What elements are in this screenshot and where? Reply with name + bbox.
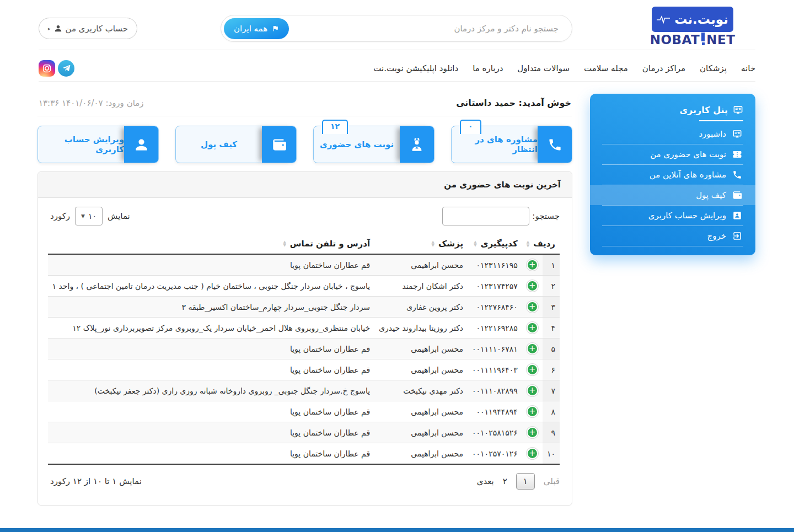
expand-cell: + — [522, 443, 543, 465]
sidebar-item-dashboard[interactable]: داشبورد — [602, 124, 743, 144]
nav-item-magazine[interactable]: مجله سلامت — [584, 63, 628, 73]
row-index-cell: ۴ — [543, 318, 560, 338]
nav-item-app-download[interactable]: دانلود اپلیکیشن نوبت.نت — [373, 63, 458, 73]
expand-row-button[interactable]: + — [527, 280, 538, 292]
social-links — [39, 60, 74, 77]
tracking-code-cell: ۰۰۱۰۲۵۸۱۵۲۶ — [468, 422, 522, 443]
row-index-cell: ۱ — [543, 254, 560, 276]
logout-icon — [732, 231, 742, 241]
wallet-icon — [262, 126, 296, 163]
expand-cell: + — [522, 359, 543, 380]
row-index-cell: ۵ — [543, 338, 560, 359]
sidebar-item-my-online-consults[interactable]: مشاوره های آنلاین من — [602, 165, 743, 185]
sidebar-item-label: داشبورد — [699, 129, 726, 139]
pagination-prev[interactable]: قبلی — [544, 476, 560, 486]
table-row: ۳+۰۱۲۲۷۶۸۴۶۰دکتر پروین غفاریسردار جنگل ج… — [48, 297, 560, 318]
address-cell: یاسوج ، خیابان سردار جنگل جنوبی ، ساختما… — [48, 276, 375, 297]
sort-icon: ▲▼ — [474, 240, 476, 247]
sidebar-title-label: پنل کاربری — [679, 105, 728, 115]
logo-exclamation-mark — [701, 33, 705, 45]
dashboard-icon — [732, 129, 742, 139]
row-index-cell: ۸ — [543, 401, 560, 422]
main-nav: خانه پزشکان مراکز درمان مجله سلامت سوالا… — [39, 55, 755, 81]
table-search-input[interactable] — [442, 207, 529, 225]
nav-item-faq[interactable]: سوالات متداول — [517, 63, 570, 73]
expand-row-button[interactable]: + — [527, 301, 538, 313]
table-row: ۴+۰۱۲۲۱۶۹۲۸۵دکتر روزیتا بیداروند حیدریخی… — [48, 318, 560, 338]
user-icon — [124, 126, 158, 163]
sidebar-item-edit-account[interactable]: ویرایش حساب کاربری — [602, 206, 743, 226]
expand-row-button[interactable]: + — [527, 343, 538, 354]
address-cell: قم عطاران ساختمان پویا — [48, 338, 375, 359]
header-divider — [39, 50, 755, 50]
instagram-icon[interactable] — [39, 60, 55, 77]
pagination-page-2[interactable]: ۲ — [503, 476, 507, 486]
expand-row-button[interactable]: + — [527, 448, 538, 459]
user-panel-sidebar: پنل کاربری داشبورد نوبت های حضوری من مشا… — [590, 94, 755, 255]
user-icon — [54, 24, 62, 33]
table-row: ۱+۰۱۲۳۱۱۶۱۹۵محسن ابراهیمیقم عطاران ساختم… — [48, 254, 560, 276]
address-cell: قم عطاران ساختمان پویا — [48, 401, 375, 422]
table-row: ۷+۰۰۱۱۱۰۸۲۸۹۹دکتر مهدی نیکبختیاسوج خ.سرد… — [48, 380, 560, 401]
row-index-cell: ۳ — [543, 297, 560, 318]
tracking-code-cell: ۰۱۲۲۷۶۸۴۶۰ — [468, 297, 522, 318]
column-header-tracking-code[interactable]: کدپیگیری ▲▼ — [468, 235, 522, 254]
nav-item-centers[interactable]: مراکز درمان — [642, 63, 685, 73]
id-card-icon — [732, 211, 742, 221]
nav-item-doctors[interactable]: پزشکان — [700, 63, 727, 73]
expand-row-button[interactable]: + — [527, 427, 538, 438]
wallet-icon — [732, 190, 742, 200]
sort-icon: ▲▼ — [283, 240, 286, 247]
table-row: ۹+۰۰۱۰۲۵۸۱۵۲۶محسن ابراهیمیقم عطاران ساخت… — [48, 422, 560, 443]
all-iran-button[interactable]: همه ایران — [224, 18, 289, 39]
sidebar-item-logout[interactable]: خروج — [602, 226, 743, 246]
table-row: ۵+۰۰۱۱۱۱۰۶۷۸۱محسن ابراهیمیقم عطاران ساخت… — [48, 338, 560, 359]
doctor-cell: دکتر اشکان ارجمند — [374, 276, 468, 297]
nav-item-home[interactable]: خانه — [741, 63, 755, 73]
sidebar-item-my-appointments[interactable]: نوبت های حضوری من — [602, 144, 743, 165]
expand-row-button[interactable]: + — [527, 385, 538, 396]
welcome-row: خوش آمدید: حمید داستانی زمان ورود: ۱۴۰۱/… — [37, 94, 572, 108]
expand-row-button[interactable]: + — [527, 259, 538, 271]
site-logo[interactable]: نوبت.نت NOBAT NET — [652, 7, 733, 47]
telegram-icon[interactable] — [58, 60, 74, 77]
sidebar-title-underline — [699, 120, 743, 121]
address-cell: سردار جنگل جنوبی_سردار چهارم_ساختمان اکس… — [48, 297, 375, 318]
card-in-person-appointments[interactable]: ۱۲ نوبت های حضوری — [313, 126, 434, 163]
page-length-select[interactable]: ۱۰ ▼ — [75, 207, 103, 225]
expand-row-button[interactable]: + — [527, 406, 538, 417]
sort-asc-icon: ▲▼ — [527, 240, 529, 248]
card-edit-account[interactable]: ویرایش حساب کاربری — [37, 126, 159, 163]
length-label-after: رکورد — [50, 211, 70, 221]
expand-row-button[interactable]: + — [527, 322, 538, 334]
sidebar-item-label: کیف پول — [696, 190, 726, 200]
address-cell: خیابان منتظری_روبروی هلال احمر_خیابان سر… — [48, 318, 375, 338]
sidebar-title: پنل کاربری — [602, 103, 743, 115]
column-label: پزشک — [438, 239, 463, 249]
doctor-cell: محسن ابراهیمی — [374, 338, 468, 359]
my-account-button[interactable]: حساب کاربری من ▸ — [39, 18, 137, 39]
table-search-label: جستجو: — [532, 211, 560, 221]
column-header-index[interactable]: ردیف ▲▼ — [522, 235, 560, 254]
column-header-address[interactable]: آدرس و تلفن تماس ▲▼ — [48, 235, 375, 254]
pagination-page-1[interactable]: ۱ — [516, 473, 535, 490]
login-time: زمان ورود: ۱۴۰۱/۰۶/۰۷ ۱۳:۳۶ — [39, 98, 144, 108]
table-row: ۲+۰۱۲۳۱۷۴۲۵۷دکتر اشکان ارجمندیاسوج ، خیا… — [48, 276, 560, 297]
logo-latin-text: NOBAT NET — [652, 33, 733, 47]
expand-row-button[interactable]: + — [527, 364, 538, 375]
expand-cell: + — [522, 276, 543, 297]
card-wallet[interactable]: کیف پول — [175, 126, 297, 163]
column-header-doctor[interactable]: پزشک ▲▼ — [374, 235, 468, 254]
column-label: کدپیگیری — [481, 239, 518, 249]
nav-item-about[interactable]: درباره ما — [473, 63, 503, 73]
address-cell: قم عطاران ساختمان پویا — [48, 422, 375, 443]
nav-divider — [39, 81, 755, 82]
tracking-code-cell: ۰۰۱۱۱۱۰۶۷۸۱ — [468, 338, 522, 359]
table-controls: جستجو: نمایش ۱۰ ▼ رکورد — [38, 198, 572, 233]
sidebar-item-wallet[interactable]: کیف پول — [602, 185, 743, 206]
tracking-code-cell: ۰۰۱۱۹۴۴۸۹۴ — [468, 401, 522, 422]
search-input[interactable] — [292, 15, 572, 41]
card-pending-consults[interactable]: ۰ مشاوره های در انتظار — [451, 126, 572, 163]
table-footer: قبلی ۱ ۲ بعدی نمایش ۱ تا ۱۰ از ۱۲ رکورد — [38, 465, 572, 505]
pagination-next[interactable]: بعدی — [477, 476, 494, 486]
